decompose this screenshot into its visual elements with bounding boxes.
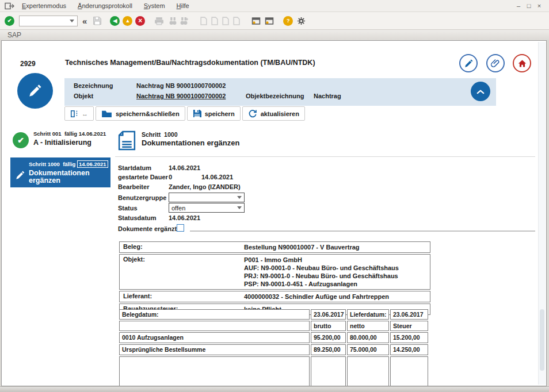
collapse-command-icon[interactable]: « (82, 16, 87, 26)
exit-button[interactable]: ▲ (123, 16, 132, 26)
bezeichnung-value: Nachtrag NB 90001000700002 (136, 82, 226, 89)
objekt-link[interactable]: Nachtrag NB 90001000700002 (136, 93, 226, 99)
step-schritt-label: Schritt (29, 161, 46, 167)
beleg-info-table: Beleg: Bestellung N900010007 - V Bauvert… (119, 241, 430, 316)
back-arrow-icon: ◀ (113, 18, 117, 24)
system-menu-icon[interactable] (5, 2, 15, 10)
command-field[interactable] (19, 16, 78, 26)
collapse-header-button[interactable] (471, 82, 490, 101)
refresh-icon (248, 109, 257, 118)
step-title: Dokumentationen ergänzen (29, 170, 104, 185)
action-bar: ↔ speichern&schließen speichern aktualis… (64, 106, 305, 121)
paperclip-icon (490, 58, 501, 68)
save-icon (93, 16, 102, 25)
cell: 89.250,00 (311, 344, 346, 355)
save-close-button[interactable]: speichern&schließen (96, 106, 185, 121)
save-label: speichern (205, 110, 235, 117)
menu-system[interactable]: System (144, 2, 165, 9)
objekt-line: PRJ: N9-0001-0 - Neubau Büro- und Geschä… (244, 272, 428, 280)
home-button[interactable] (513, 54, 531, 72)
status-select[interactable]: offen (169, 203, 245, 213)
attachments-button[interactable] (486, 54, 505, 72)
find-next-icon (180, 17, 188, 25)
command-input[interactable] (21, 17, 70, 24)
cell-empty (119, 321, 310, 331)
cell-empty (347, 356, 389, 386)
up-arrow-icon: ▲ (125, 18, 130, 24)
find-icon (169, 17, 177, 25)
statusdatum-value: 14.06.2021 (169, 214, 200, 221)
menu-hilfe[interactable]: Hilfe (177, 2, 189, 9)
help-button[interactable]: ? (283, 16, 293, 26)
next-page-icon (222, 17, 229, 25)
x-icon: × (138, 17, 142, 25)
startdatum-label: Startdatum (118, 164, 151, 171)
customize-layout-icon[interactable] (297, 17, 306, 25)
transaction-code: 2929 (20, 60, 36, 68)
restore-button[interactable]: □ (524, 2, 534, 9)
row-label: Beleg: (120, 242, 242, 252)
dauer-label: gestartete Dauer (118, 174, 168, 180)
status-value: offen (171, 205, 185, 212)
table-row: brutto netto Steuer (119, 321, 430, 331)
detail-step-line: Schritt 1000 (142, 131, 177, 138)
detail-step-title: Dokumentationen ergänzen (142, 139, 239, 147)
main-window: 2929 Technisches Management/Bau/Nachtrag… (1, 40, 547, 386)
dokumente-ergaenzt-checkbox[interactable] (177, 224, 184, 232)
startdatum-value: 14.06.2021 (169, 164, 200, 171)
menu-expertenmodus[interactable]: Expertenmodus (22, 2, 66, 9)
save-button[interactable]: speichern (187, 106, 241, 121)
cell: 75.000,00 (347, 344, 389, 355)
objektbezeichnung-value: Nachtrag (314, 93, 341, 99)
check-circle-icon: ✔ (13, 132, 29, 148)
close-button[interactable]: × (534, 2, 544, 9)
dokumente-ergaenzt-label: Dokumente ergänzt (118, 225, 177, 232)
chevron-down-icon[interactable] (70, 20, 74, 22)
pencil-icon (28, 83, 43, 98)
row-label: Lieferant: (120, 291, 242, 302)
row-value: P001 - Immo GmbH AUF: N9-0001-0 - Neubau… (242, 255, 430, 289)
edit-button[interactable] (459, 54, 478, 72)
back-button[interactable]: ◀ (110, 16, 120, 26)
table-row: 0010 Aufzugsanlagen 95.200,00 80.000,00 … (119, 332, 430, 343)
refresh-button[interactable]: aktualisieren (242, 106, 305, 121)
menu-aenderungsprotokoll[interactable]: Änderungsprotokoll (78, 2, 132, 9)
separator (190, 230, 535, 232)
vertical-scrollbar[interactable] (538, 42, 546, 385)
minimize-button[interactable]: – (513, 2, 524, 9)
scrollbar-thumb[interactable] (540, 309, 544, 371)
cell: 80.000,00 (347, 332, 389, 343)
save-close-label: speichern&schließen (116, 110, 180, 117)
step-item-1000[interactable]: Schritt 1000 fällig 14.06.2021 Dokumenta… (10, 157, 110, 187)
panel-toggle-icon (70, 110, 78, 118)
objekt-label: Objekt (74, 93, 93, 99)
resize-arrow-icon: ↔ (82, 110, 88, 117)
objektbezeichnung-label: Objektbezeichnung (246, 93, 304, 99)
separator (115, 156, 535, 157)
toggle-panel-button[interactable]: ↔ (64, 106, 94, 121)
detail-step-number: 1000 (164, 131, 177, 138)
step-number: 001 (52, 130, 62, 137)
benutzergruppe-label: Benutzergruppe (118, 194, 166, 201)
create-shortcut-icon[interactable] (265, 17, 274, 25)
cell-empty (311, 356, 346, 386)
cancel-button[interactable]: × (135, 16, 145, 26)
step-item-001[interactable]: ✔ Schritt 001 fällig 14.06.2021 A - Init… (10, 127, 110, 153)
pencil-icon (464, 59, 474, 68)
refresh-label: aktualisieren (261, 110, 299, 117)
cell: Steuer (390, 321, 428, 331)
cell: netto (347, 321, 389, 331)
step-faellig-label: fällig (64, 130, 77, 137)
enter-button[interactable]: ✔ (5, 16, 14, 26)
new-session-icon[interactable] (251, 17, 261, 25)
row-value: Bestellung N900010007 - V Bauvertrag (242, 242, 430, 252)
chevron-down-icon (237, 206, 242, 209)
table-row: Lieferant: 4000000032 - Schindler Aufüge… (119, 291, 430, 302)
last-page-icon (232, 17, 240, 25)
cell-empty (390, 356, 428, 386)
print-icon (154, 17, 164, 25)
workflow-pencil-badge (17, 73, 53, 109)
dauer-datum-value: 14.06.2021 (201, 174, 233, 180)
benutzergruppe-select[interactable] (169, 193, 245, 202)
chevron-up-icon (476, 89, 485, 94)
